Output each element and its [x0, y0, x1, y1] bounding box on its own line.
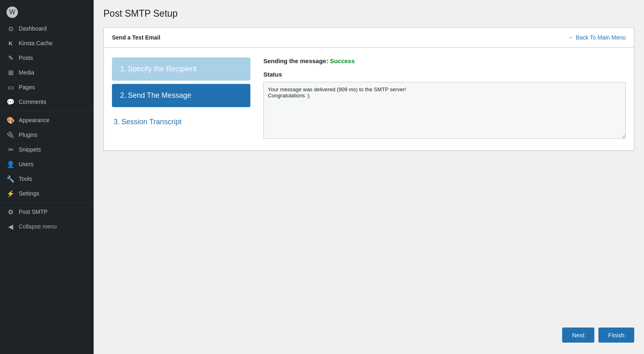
step-3-label: Session Transcript	[121, 118, 182, 126]
collapse-icon: ◀	[7, 222, 15, 231]
success-badge: Success	[330, 57, 355, 64]
sidebar-logo: W	[0, 0, 94, 21]
sidebar-item-label: Post SMTP	[19, 209, 48, 215]
sidebar-item-label: Plugins	[19, 132, 37, 138]
footer-actions: Next Finish	[103, 321, 634, 346]
step-1-number: 1.	[120, 65, 126, 73]
kinsta-icon: K	[7, 39, 15, 47]
next-button[interactable]: Next	[562, 328, 594, 343]
sidebar: W ⊙ Dashboard K Kinsta Cache ✎ Posts ⊞ M…	[0, 0, 94, 354]
status-label: Status	[263, 71, 626, 78]
sidebar-item-label: Appearance	[19, 117, 50, 123]
step-2-label: Send The Message	[128, 91, 191, 100]
settings-icon: ⚡	[7, 189, 15, 198]
media-icon: ⊞	[7, 68, 15, 77]
sidebar-item-post-smtp[interactable]: ⚙ Post SMTP	[0, 204, 94, 219]
sidebar-item-users[interactable]: 👤 Users	[0, 157, 94, 172]
back-to-main-link[interactable]: ← Back To Main Menu	[568, 34, 626, 41]
sidebar-item-tools[interactable]: 🔧 Tools	[0, 172, 94, 186]
back-arrow-icon: ←	[568, 34, 574, 41]
sidebar-item-media[interactable]: ⊞ Media	[0, 65, 94, 80]
sidebar-item-pages[interactable]: ▭ Pages	[0, 80, 94, 95]
main-content: Post SMTP Setup Send a Test Email ← Back…	[94, 0, 644, 354]
post-smtp-icon: ⚙	[7, 208, 15, 216]
card-header: Send a Test Email ← Back To Main Menu	[104, 28, 634, 48]
step-3-number: 3.	[114, 118, 120, 126]
sidebar-item-label: Media	[19, 69, 34, 76]
sidebar-item-dashboard[interactable]: ⊙ Dashboard	[0, 21, 94, 36]
tools-icon: 🔧	[7, 175, 15, 183]
card-header-title: Send a Test Email	[112, 34, 160, 41]
sidebar-item-appearance[interactable]: 🎨 Appearance	[0, 113, 94, 128]
content-panel: Sending the message: Success Status	[263, 57, 626, 141]
back-link-label: Back To Main Menu	[576, 34, 626, 41]
sending-status-prefix: Sending the message:	[263, 57, 330, 64]
setup-card: Send a Test Email ← Back To Main Menu 1.…	[103, 27, 634, 151]
appearance-icon: 🎨	[7, 116, 15, 124]
sidebar-item-label: Dashboard	[19, 25, 47, 32]
sidebar-item-label: Comments	[19, 99, 46, 105]
sidebar-item-label: Settings	[19, 190, 39, 197]
status-textarea[interactable]	[263, 82, 626, 139]
wp-logo-icon: W	[7, 7, 18, 18]
step-1-button[interactable]: 1. Specify the Recipient	[112, 57, 250, 81]
card-body: 1. Specify the Recipient 2. Send The Mes…	[104, 48, 634, 150]
sidebar-item-plugins[interactable]: 🔌 Plugins	[0, 128, 94, 142]
sidebar-item-snippets[interactable]: ✂ Snippets	[0, 142, 94, 157]
snippets-icon: ✂	[7, 145, 15, 154]
sidebar-item-label: Users	[19, 161, 34, 167]
page-title: Post SMTP Setup	[103, 8, 634, 19]
pages-icon: ▭	[7, 83, 15, 91]
sidebar-item-settings[interactable]: ⚡ Settings	[0, 186, 94, 201]
sidebar-item-posts[interactable]: ✎ Posts	[0, 51, 94, 65]
comments-icon: 💬	[7, 98, 15, 106]
sidebar-item-label: Tools	[19, 176, 32, 182]
sidebar-item-label: Pages	[19, 84, 35, 90]
posts-icon: ✎	[7, 54, 15, 62]
sidebar-item-collapse[interactable]: ◀ Collapse menu	[0, 219, 94, 234]
steps-panel: 1. Specify the Recipient 2. Send The Mes…	[112, 57, 250, 141]
step-2-button[interactable]: 2. Send The Message	[112, 84, 250, 107]
plugins-icon: 🔌	[7, 131, 15, 139]
users-icon: 👤	[7, 160, 15, 168]
dashboard-icon: ⊙	[7, 24, 15, 33]
sidebar-item-comments[interactable]: 💬 Comments	[0, 95, 94, 109]
step-2-number: 2.	[120, 91, 126, 100]
step-3-button[interactable]: 3. Session Transcript	[112, 110, 250, 134]
sidebar-item-label: Posts	[19, 55, 33, 61]
sidebar-item-kinsta-cache[interactable]: K Kinsta Cache	[0, 36, 94, 51]
sidebar-item-label: Snippets	[19, 146, 41, 153]
sidebar-item-label: Kinsta Cache	[19, 40, 53, 46]
sidebar-item-label: Collapse menu	[19, 223, 57, 230]
step-1-label: Specify the Recipient	[128, 65, 197, 73]
sending-status: Sending the message: Success	[263, 57, 626, 64]
finish-button[interactable]: Finish	[598, 328, 634, 343]
